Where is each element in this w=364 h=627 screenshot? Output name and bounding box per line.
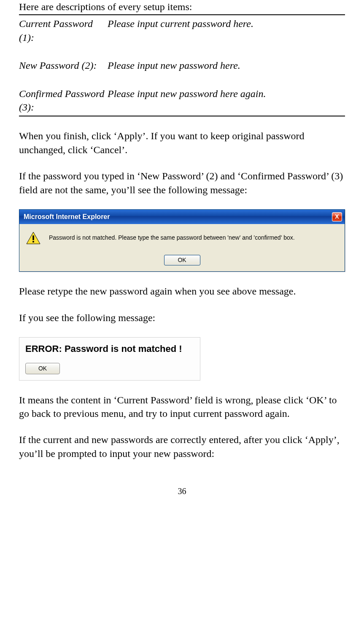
svg-rect-2 xyxy=(32,241,34,243)
paragraph: It means the content in ‘Current Passwor… xyxy=(19,393,345,421)
error-title: ERROR: Password is not matched ! xyxy=(25,343,194,355)
dialog-body: Password is not matched. Please type the… xyxy=(19,224,345,271)
ie-alert-dialog: Microsoft Internet Explorer X Password i… xyxy=(19,209,345,272)
table-row: New Password (2): Please input new passw… xyxy=(19,59,345,72)
ok-button[interactable]: OK xyxy=(164,255,200,265)
warning-icon xyxy=(26,232,40,244)
ok-button[interactable]: OK xyxy=(25,363,60,374)
page-number: 36 xyxy=(19,486,345,497)
paragraph: If the password you typed in ‘New Passwo… xyxy=(19,169,345,197)
paragraph: If the current and new passwords are cor… xyxy=(19,433,345,460)
desc-label: Current Password (1): xyxy=(19,17,108,44)
desc-label: New Password (2): xyxy=(19,59,108,72)
paragraph: If you see the following message: xyxy=(19,311,345,324)
intro-heading: Here are descriptions of every setup ite… xyxy=(19,0,345,15)
dialog-title: Microsoft Internet Explorer xyxy=(24,212,110,222)
desc-text: Please input new password here again. xyxy=(108,87,345,116)
close-icon[interactable]: X xyxy=(332,212,342,222)
svg-rect-1 xyxy=(32,235,34,240)
table-row: Current Password (1): Please input curre… xyxy=(19,17,345,44)
desc-text: Please input new password here. xyxy=(108,59,345,72)
dialog-message: Password is not matched. Please type the… xyxy=(49,234,295,242)
desc-label: Confirmed Password (3): xyxy=(19,87,108,116)
paragraph: Please retype the new password again whe… xyxy=(19,284,345,298)
error-dialog: ERROR: Password is not matched ! OK xyxy=(19,337,200,381)
dialog-titlebar: Microsoft Internet Explorer X xyxy=(19,210,345,224)
setup-description-table: Current Password (1): Please input curre… xyxy=(19,17,345,116)
table-row: Confirmed Password (3): Please input new… xyxy=(19,87,345,116)
desc-text: Please input current password here. xyxy=(108,17,345,44)
paragraph: When you finish, click ‘Apply’. If you w… xyxy=(19,129,345,157)
